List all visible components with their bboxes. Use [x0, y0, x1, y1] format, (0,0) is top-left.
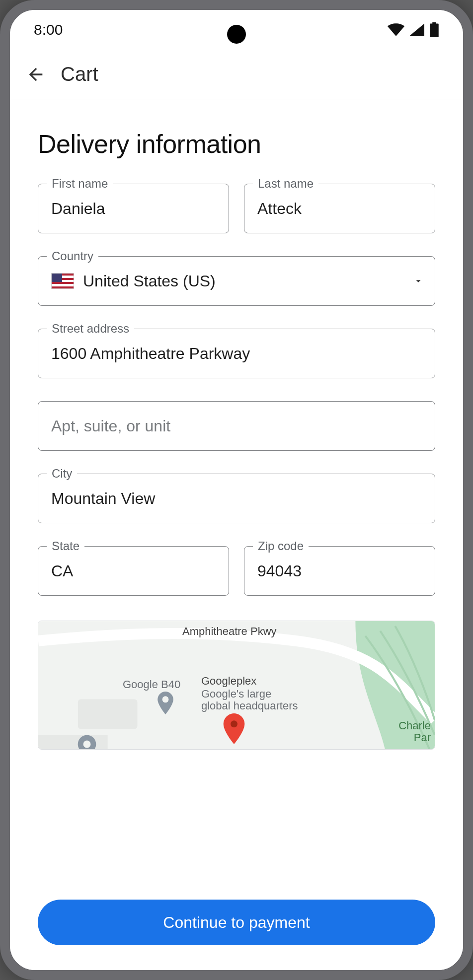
first-name-field: First name — [38, 184, 229, 233]
city-label: City — [47, 467, 77, 481]
map-marker-icon — [157, 692, 174, 714]
street-field: Street address — [38, 329, 435, 378]
map-poi-googleplex-desc1: Google's large — [201, 688, 271, 700]
wifi-icon — [388, 23, 404, 36]
map-poi-charle: Charle — [398, 719, 431, 732]
svg-point-4 — [231, 720, 237, 727]
content-scroll[interactable]: Delivery information First name Last nam… — [10, 99, 463, 885]
apt-field — [38, 401, 435, 451]
svg-rect-1 — [38, 735, 108, 750]
first-name-input[interactable] — [38, 184, 229, 233]
city-input[interactable] — [38, 474, 435, 523]
apt-input[interactable] — [38, 401, 435, 451]
map-poi-par: Par — [414, 731, 431, 744]
country-value: United States (US) — [83, 272, 404, 290]
back-button[interactable] — [22, 61, 50, 88]
svg-point-3 — [162, 696, 169, 702]
state-label: State — [47, 539, 84, 553]
bottom-bar: Continue to payment — [10, 885, 463, 970]
chevron-down-icon — [413, 276, 424, 286]
page-title: Delivery information — [38, 129, 435, 159]
cell-signal-icon — [409, 23, 424, 36]
zip-label: Zip code — [253, 539, 309, 553]
arrow-left-icon — [26, 65, 46, 84]
app-bar-title: Cart — [61, 63, 98, 85]
front-camera — [227, 25, 246, 44]
state-input[interactable] — [38, 546, 229, 596]
app-bar: Cart — [10, 50, 463, 99]
svg-rect-2 — [78, 700, 138, 729]
map-poi-googleplex-name: Googleplex — [201, 675, 256, 688]
zip-field: Zip code — [244, 546, 435, 596]
map-road-label: Amphitheatre Pkwy — [182, 625, 277, 638]
continue-button[interactable]: Continue to payment — [38, 900, 435, 945]
status-time: 8:00 — [34, 21, 63, 38]
us-flag-icon — [51, 273, 74, 289]
last-name-field: Last name — [244, 184, 435, 233]
map-preview[interactable]: Amphitheatre Pkwy Google B40 Googleplex … — [38, 621, 435, 750]
zip-input[interactable] — [244, 546, 435, 596]
last-name-input[interactable] — [244, 184, 435, 233]
first-name-label: First name — [47, 177, 113, 191]
street-input[interactable] — [38, 329, 435, 378]
state-field: State — [38, 546, 229, 596]
last-name-label: Last name — [253, 177, 318, 191]
svg-point-6 — [83, 741, 91, 748]
country-field: Country United States (US) — [38, 256, 435, 306]
map-pin-icon — [222, 713, 246, 744]
status-bar: 8:00 — [10, 10, 463, 50]
country-label: Country — [47, 249, 98, 263]
battery-icon — [429, 22, 439, 37]
street-label: Street address — [47, 322, 134, 336]
country-select[interactable]: United States (US) — [38, 256, 435, 306]
map-poi-googleplex-desc2: global headquarters — [201, 700, 298, 712]
map-marker-small-icon — [77, 734, 97, 750]
map-poi-b40: Google B40 — [123, 678, 180, 691]
city-field: City — [38, 474, 435, 523]
status-icons — [388, 22, 439, 37]
